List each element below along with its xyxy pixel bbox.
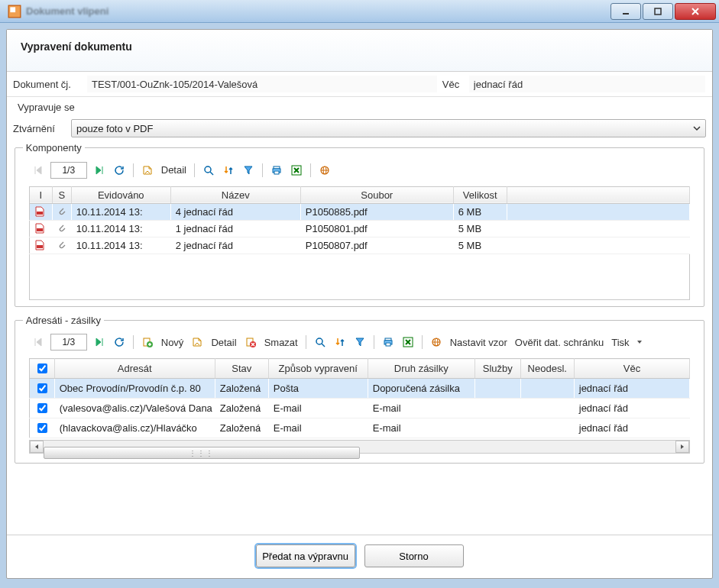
komponenty-legend: Komponenty — [23, 142, 85, 153]
cell-soubor: P1050807.pdf — [300, 237, 453, 254]
filter-button[interactable] — [352, 334, 368, 351]
delete-label[interactable]: Smazat — [263, 337, 300, 348]
row-checkbox[interactable] — [29, 418, 54, 438]
toolbar-separator — [133, 335, 134, 349]
detail-label[interactable]: Detail — [209, 337, 238, 348]
table-row[interactable]: 10.11.2014 13:1 jednací řádP1050801.pdf5… — [29, 220, 690, 237]
cell-zpusob: E-mail — [268, 418, 368, 438]
submit-button[interactable]: Předat na výpravnu — [256, 544, 355, 567]
cell-stav: Založená — [215, 399, 268, 418]
search-button[interactable] — [313, 334, 328, 351]
cell-sluzby — [474, 418, 520, 438]
select-all-checkbox[interactable] — [37, 363, 47, 373]
overit-label[interactable]: Ověřit dat. schránku — [513, 337, 605, 348]
refresh-button[interactable] — [112, 162, 127, 179]
h-scrollbar[interactable]: ⋮⋮⋮ — [29, 440, 691, 454]
cj-input[interactable] — [86, 75, 438, 93]
detail-label[interactable]: Detail — [160, 164, 188, 176]
vec-input[interactable] — [468, 75, 706, 93]
adresati-toolbar: 1/3 Nový Detail Smazat — [23, 329, 697, 355]
print-button[interactable] — [269, 162, 284, 179]
last-page-button[interactable] — [92, 334, 107, 351]
col-druh[interactable]: Druh zásilky — [368, 359, 474, 379]
row-checkbox[interactable] — [29, 379, 54, 399]
cell-nazev: 1 jednací řád — [170, 220, 300, 237]
komponenty-toolbar: 1/3 Detail — [23, 157, 697, 183]
table-row[interactable]: 10.11.2014 13:4 jednací řádP1050885.pdf6… — [29, 203, 690, 220]
table-row[interactable]: (valesova@alis.cz)/Valešová DanaZaložená… — [29, 399, 690, 418]
delete-button[interactable] — [243, 334, 258, 351]
adresati-grid-wrap: Adresát Stav Způsob vypravení Druh zásil… — [29, 358, 691, 438]
svg-rect-17 — [37, 245, 43, 248]
col-check[interactable] — [29, 359, 54, 379]
new-label[interactable]: Nový — [160, 337, 186, 348]
cell-neodesl — [520, 418, 574, 438]
print-button[interactable] — [381, 334, 396, 351]
new-button[interactable] — [140, 334, 155, 351]
ztvarneni-select[interactable]: pouze foto v PDF — [71, 119, 706, 137]
scroll-left-arrow[interactable] — [30, 441, 44, 453]
close-button[interactable] — [675, 3, 716, 20]
pdf-icon — [29, 237, 52, 254]
filter-button[interactable] — [241, 162, 256, 179]
pager-display[interactable]: 1/3 — [50, 334, 87, 351]
pdf-icon — [29, 203, 52, 220]
maximize-button[interactable] — [643, 3, 673, 20]
tisk-dropdown-arrow[interactable] — [636, 339, 643, 345]
table-row[interactable]: (hlavackova@alis.cz)/HlaváčkoZaloženáE-m… — [29, 418, 690, 438]
komponenty-panel: Komponenty 1/3 Detail — [15, 142, 704, 307]
scroll-thumb[interactable]: ⋮⋮⋮ — [44, 447, 360, 459]
first-page-button[interactable] — [31, 334, 46, 351]
tisk-label[interactable]: Tisk — [610, 337, 630, 348]
ztvarneni-label: Ztvárnění — [13, 123, 66, 134]
detail-button[interactable] — [189, 334, 205, 351]
svg-rect-10 — [274, 171, 279, 174]
pdf-icon — [29, 220, 52, 237]
row-checkbox[interactable] — [29, 399, 54, 418]
col-sluzby[interactable]: Služby — [474, 359, 520, 379]
cell-spacer — [507, 237, 690, 254]
table-row[interactable]: 10.11.2014 13:2 jednací řádP1050807.pdf5… — [29, 237, 690, 254]
cell-evidovano: 10.11.2014 13: — [71, 220, 170, 237]
first-page-button[interactable] — [31, 162, 46, 179]
cancel-button[interactable]: Storno — [364, 544, 464, 567]
col-zpusob[interactable]: Způsob vypravení — [268, 359, 368, 379]
col-s[interactable]: S — [52, 186, 71, 203]
last-page-button[interactable] — [92, 162, 107, 179]
detail-button[interactable] — [140, 162, 155, 179]
col-velikost[interactable]: Velikost — [453, 186, 507, 203]
col-evidovano[interactable]: Evidováno — [71, 186, 170, 203]
table-row[interactable]: Obec Provodín/Provodín č.p. 80ZaloženáPo… — [29, 379, 690, 399]
cell-neodesl — [520, 379, 574, 399]
scroll-right-arrow[interactable] — [675, 441, 689, 453]
toolbar-separator — [310, 163, 311, 177]
col-stav[interactable]: Stav — [215, 359, 268, 379]
refresh-button[interactable] — [112, 334, 127, 351]
nastavit-label[interactable]: Nastavit vzor — [449, 337, 509, 348]
cell-nazev: 4 jednací řád — [170, 203, 300, 220]
clip-icon — [52, 220, 71, 237]
col-adresat[interactable]: Adresát — [54, 359, 215, 379]
svg-point-6 — [205, 166, 211, 173]
svg-line-23 — [322, 344, 325, 347]
excel-export-button[interactable] — [400, 334, 416, 351]
cell-stav: Založená — [215, 418, 268, 438]
globe-button[interactable] — [429, 334, 444, 351]
minimize-button[interactable] — [611, 3, 641, 20]
search-button[interactable] — [201, 162, 216, 179]
col-vec[interactable]: Věc — [574, 359, 690, 379]
excel-export-button[interactable] — [289, 162, 304, 179]
toolbar-separator — [133, 163, 134, 177]
col-nazev[interactable]: Název — [170, 186, 300, 203]
col-i[interactable]: I — [29, 186, 52, 203]
sort-button[interactable] — [332, 334, 348, 351]
cell-evidovano: 10.11.2014 13: — [71, 203, 170, 220]
sort-button[interactable] — [221, 162, 236, 179]
col-soubor[interactable]: Soubor — [300, 186, 453, 203]
cell-zpusob: E-mail — [268, 399, 368, 418]
toolbar-separator — [194, 163, 195, 177]
globe-button[interactable] — [317, 162, 332, 179]
col-neodesl[interactable]: Neodesl. — [520, 359, 574, 379]
pager-display[interactable]: 1/3 — [50, 162, 87, 179]
toolbar-separator — [306, 335, 306, 349]
